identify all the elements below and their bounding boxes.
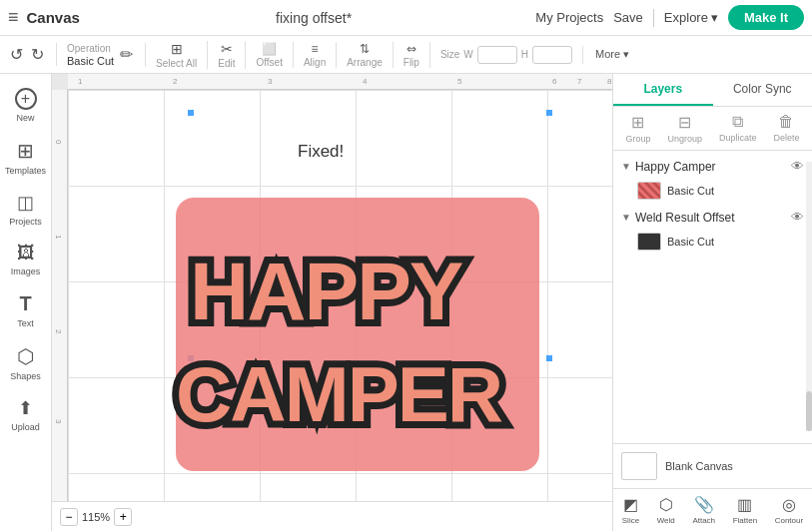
sidebar-projects-label: Projects (9, 217, 42, 227)
selection-handle-tl[interactable] (188, 110, 194, 116)
sidebar-item-new[interactable]: + New (4, 82, 48, 129)
scrollbar-thumb[interactable] (806, 391, 812, 431)
save-button[interactable]: Save (613, 10, 643, 25)
blank-canvas-thumbnail (621, 452, 657, 480)
offset-label: Offset (256, 57, 283, 68)
svg-text:CAMPER: CAMPER (176, 350, 502, 438)
sidebar-templates-label: Templates (5, 166, 46, 176)
visibility-happy-camper-icon[interactable]: 👁 (791, 159, 804, 174)
zoom-out-button[interactable]: − (60, 508, 78, 526)
svg-text:HAPPY: HAPPY (190, 246, 463, 336)
zoom-in-button[interactable]: + (114, 508, 132, 526)
layer-group-happy-camper-name: Happy Camper (635, 160, 787, 174)
sidebar-shapes-label: Shapes (10, 371, 41, 381)
explore-button[interactable]: Explore ▾ (664, 10, 718, 25)
canvas-area[interactable]: 1 2 3 4 5 6 7 8 0 1 2 3 Fixed! (52, 74, 612, 531)
panel-tabs: Layers Color Sync (613, 74, 812, 107)
panel-actions: ⊞ Group ⊟ Ungroup ⧉ Duplicate 🗑 Delete (613, 107, 812, 151)
layer-group-weld-header[interactable]: ▼ Weld Result Offset 👁 (613, 206, 812, 229)
undo-button[interactable]: ↺ (8, 43, 25, 66)
shapes-icon: ⬡ (17, 344, 34, 368)
panel-tab-slice[interactable]: ◩ Slice (618, 493, 643, 527)
visibility-weld-icon[interactable]: 👁 (791, 210, 804, 225)
nav-right: My Projects Save Explore ▾ Make It (535, 5, 804, 30)
redo-button[interactable]: ↻ (29, 43, 46, 66)
layers-list: ▼ Happy Camper 👁 Basic Cut ▼ Weld Result… (613, 151, 812, 443)
panel-scrollbar[interactable] (806, 162, 812, 431)
blank-canvas-section: Blank Canvas (613, 443, 812, 488)
flatten-label: Flatten (733, 516, 757, 525)
my-projects-button[interactable]: My Projects (535, 10, 603, 25)
layer-group-happy-camper-header[interactable]: ▼ Happy Camper 👁 (613, 155, 812, 178)
left-sidebar: + New ⊞ Templates ◫ Projects 🖼 Images T … (0, 74, 52, 531)
delete-label: Delete (773, 133, 799, 143)
sidebar-item-projects[interactable]: ◫ Projects (4, 186, 48, 233)
panel-tab-weld[interactable]: ⬡ Weld (653, 493, 679, 527)
pen-icon[interactable]: ✏ (118, 43, 135, 66)
weld-icon: ⬡ (659, 495, 673, 514)
sidebar-images-label: Images (11, 266, 41, 276)
blank-canvas-label: Blank Canvas (665, 460, 733, 472)
slice-icon: ◩ (623, 495, 638, 514)
toolbar-size: Size W H (440, 46, 583, 64)
flatten-icon: ▥ (737, 495, 752, 514)
operation-label: Operation (67, 43, 114, 54)
ruler-top: 1 2 3 4 5 6 7 8 (68, 74, 612, 90)
fixed-label: Fixed! (298, 142, 344, 162)
layer-item-basic-cut-2[interactable]: Basic Cut (613, 229, 812, 255)
arrange-label: Arrange (347, 57, 383, 68)
main-area: + New ⊞ Templates ◫ Projects 🖼 Images T … (0, 74, 812, 531)
select-all-label: Select All (156, 58, 197, 69)
panel-tab-attach[interactable]: 📎 Attach (688, 493, 719, 527)
layer-thumb-basic-cut-2 (637, 233, 661, 251)
toolbar-operation: Operation Basic Cut ✏ (67, 43, 146, 67)
tab-layers[interactable]: Layers (613, 74, 713, 106)
right-panel: Layers Color Sync ⊞ Group ⊟ Ungroup ⧉ Du… (612, 74, 812, 531)
duplicate-label: Duplicate (719, 133, 757, 143)
sidebar-item-upload[interactable]: ⬆ Upload (4, 391, 48, 438)
layer-item-basic-cut-1[interactable]: Basic Cut (613, 178, 812, 204)
operation-value: Basic Cut (67, 55, 114, 67)
canvas-bottom-bar: − 115% + (52, 501, 612, 531)
contour-icon: ◎ (782, 495, 796, 514)
attach-label: Attach (692, 516, 715, 525)
h-label: H (521, 49, 528, 60)
more-button[interactable]: More ▾ (593, 46, 631, 63)
align-label: Align (304, 57, 326, 68)
happy-camper-graphic: HAPPY HAPPY CAMPER CAMPER (168, 190, 547, 479)
selection-handle-tr[interactable] (546, 110, 552, 116)
ungroup-button[interactable]: ⊟ Ungroup (667, 113, 702, 144)
sidebar-item-images[interactable]: 🖼 Images (4, 237, 48, 282)
toolbar-select-all: ⊞ Select All (156, 41, 208, 69)
group-label: Group (625, 134, 650, 144)
group-button[interactable]: ⊞ Group (625, 113, 650, 144)
ungroup-label: Ungroup (667, 134, 702, 144)
ungroup-icon: ⊟ (678, 113, 691, 132)
app-title: Canvas (27, 9, 80, 26)
delete-icon: 🗑 (778, 113, 794, 131)
ruler-left: 0 1 2 3 (52, 90, 68, 501)
make-it-button[interactable]: Make It (728, 5, 804, 30)
weld-label: Weld (657, 516, 675, 525)
delete-button[interactable]: 🗑 Delete (773, 113, 799, 144)
sidebar-text-label: Text (17, 318, 34, 328)
templates-icon: ⊞ (17, 139, 34, 163)
hamburger-icon[interactable]: ≡ (8, 7, 19, 28)
sidebar-item-templates[interactable]: ⊞ Templates (4, 133, 48, 182)
zoom-value: 115% (82, 511, 110, 523)
panel-tab-flatten[interactable]: ▥ Flatten (729, 493, 761, 527)
toolbar-flip: ⇔ Flip (404, 42, 430, 68)
sidebar-item-text[interactable]: T Text (4, 286, 48, 334)
toolbar-history: ↺ ↻ (8, 43, 57, 66)
sidebar-item-shapes[interactable]: ⬡ Shapes (4, 338, 48, 387)
tab-color-sync[interactable]: Color Sync (713, 74, 813, 106)
panel-tab-contour[interactable]: ◎ Contour (771, 493, 807, 527)
duplicate-button[interactable]: ⧉ Duplicate (719, 113, 757, 144)
new-icon: + (15, 88, 37, 110)
canvas-grid: Fixed! HAPPY HAPPY CAMPER CAMPER (68, 90, 612, 501)
text-icon: T (19, 292, 31, 315)
sidebar-upload-label: Upload (11, 422, 40, 432)
layer-group-weld-result: ▼ Weld Result Offset 👁 Basic Cut (613, 206, 812, 255)
projects-icon: ◫ (17, 192, 34, 214)
layer-group-happy-camper: ▼ Happy Camper 👁 Basic Cut (613, 155, 812, 204)
